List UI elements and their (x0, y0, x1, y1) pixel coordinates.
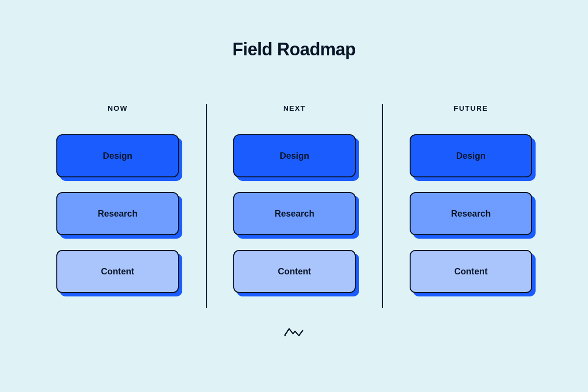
card-label: Design (410, 134, 532, 177)
card-research: Research (410, 192, 532, 235)
column-header: FUTURE (454, 104, 488, 112)
card-design: Design (233, 134, 356, 177)
card-research: Research (56, 192, 179, 235)
column-header: NOW (107, 104, 127, 112)
maze-logo-icon (284, 325, 304, 340)
card-label: Content (56, 250, 179, 293)
roadmap-columns: NOW Design Research Content NEXT Design … (29, 104, 559, 308)
card-label: Design (56, 134, 179, 177)
card-label: Research (410, 192, 532, 235)
card-content: Content (410, 250, 532, 293)
card-label: Content (410, 250, 532, 293)
card-label: Research (56, 192, 179, 235)
column-now: NOW Design Research Content (29, 104, 206, 308)
column-future: FUTURE Design Research Content (382, 104, 559, 308)
card-research: Research (233, 192, 356, 235)
card-design: Design (56, 134, 179, 177)
card-content: Content (56, 250, 179, 293)
card-label: Content (233, 250, 356, 293)
column-next: NEXT Design Research Content (206, 104, 382, 308)
card-content: Content (233, 250, 356, 293)
page-title: Field Roadmap (232, 39, 356, 60)
card-design: Design (410, 134, 532, 177)
card-label: Design (233, 134, 356, 177)
card-label: Research (233, 192, 356, 235)
column-header: NEXT (283, 104, 306, 112)
